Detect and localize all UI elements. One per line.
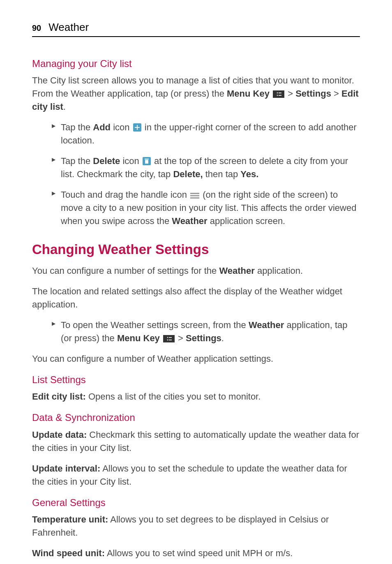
paragraph-configure: You can configure a number of settings f… bbox=[32, 264, 360, 277]
svg-rect-12 bbox=[190, 195, 199, 196]
svg-rect-17 bbox=[169, 337, 172, 338]
heading-data-sync: Data & Synchronization bbox=[32, 411, 360, 425]
text: application. bbox=[255, 266, 303, 276]
manual-page: 90 Weather Managing your City list The C… bbox=[0, 0, 392, 560]
svg-point-15 bbox=[167, 337, 168, 338]
bold-temperature-unit: Temperature unit: bbox=[32, 514, 108, 525]
heading-list-settings: List Settings bbox=[32, 373, 360, 387]
paragraph-city-list-intro: The City list screen allows you to manag… bbox=[32, 74, 360, 113]
paragraph-location: The location and related settings also a… bbox=[32, 285, 360, 311]
text: Tap the bbox=[61, 156, 93, 166]
bold-settings: Settings bbox=[295, 88, 331, 99]
text: application screen. bbox=[208, 216, 286, 226]
paragraph-update-interval: Update interval: Allows you to set the s… bbox=[32, 462, 360, 488]
svg-point-2 bbox=[277, 95, 278, 96]
paragraph-configure-2: You can configure a number of Weather ap… bbox=[32, 352, 360, 365]
delete-icon bbox=[143, 157, 151, 165]
text: . bbox=[221, 333, 224, 343]
running-header: 90 Weather bbox=[32, 20, 360, 37]
bold-delete: Delete bbox=[93, 156, 120, 166]
svg-point-1 bbox=[277, 92, 278, 94]
text: Tap the bbox=[61, 122, 93, 132]
list-item: Tap the Add icon in the upper-right corn… bbox=[52, 121, 360, 147]
bold-weather-3: Weather bbox=[249, 320, 284, 330]
svg-rect-7 bbox=[135, 127, 140, 128]
bold-menu-key: Menu Key bbox=[227, 88, 270, 99]
svg-rect-3 bbox=[279, 92, 281, 93]
text: icon bbox=[111, 122, 132, 132]
text: > bbox=[285, 88, 295, 99]
text: . bbox=[63, 102, 66, 112]
handle-icon bbox=[190, 192, 199, 199]
city-list-steps: Tap the Add icon in the upper-right corn… bbox=[32, 121, 360, 227]
bold-update-data: Update data: bbox=[32, 430, 87, 440]
bold-settings-2: Settings bbox=[186, 333, 221, 343]
text: Touch and drag the handle icon bbox=[61, 190, 189, 200]
text: To open the Weather settings screen, fro… bbox=[61, 320, 249, 330]
svg-rect-13 bbox=[190, 197, 199, 199]
menu-key-icon bbox=[273, 90, 284, 98]
svg-rect-14 bbox=[163, 335, 175, 342]
add-icon bbox=[133, 123, 141, 132]
heading-changing-weather-settings: Changing Weather Settings bbox=[32, 240, 360, 259]
list-item: To open the Weather settings screen, fro… bbox=[52, 319, 360, 345]
menu-key-icon bbox=[163, 335, 175, 342]
svg-rect-0 bbox=[273, 90, 284, 98]
heading-managing-city-list: Managing your City list bbox=[32, 57, 360, 71]
paragraph-wind-speed-unit: Wind speed unit: Allows you to set wind … bbox=[32, 547, 360, 560]
page-number: 90 bbox=[32, 22, 41, 34]
open-settings-steps: To open the Weather settings screen, fro… bbox=[32, 319, 360, 345]
bold-edit-city-list-2: Edit city list: bbox=[32, 391, 86, 402]
text: You can configure a number of settings f… bbox=[32, 266, 219, 276]
svg-rect-11 bbox=[190, 193, 199, 194]
svg-rect-10 bbox=[145, 160, 148, 164]
text: > bbox=[331, 88, 341, 99]
text: Opens a list of the cities you set to mo… bbox=[86, 391, 261, 402]
text: icon bbox=[120, 156, 142, 166]
svg-rect-9 bbox=[145, 159, 149, 159]
svg-point-16 bbox=[167, 339, 168, 340]
bold-add: Add bbox=[93, 122, 111, 132]
svg-rect-18 bbox=[169, 340, 172, 340]
text: then tap bbox=[203, 169, 241, 179]
text: > bbox=[175, 333, 186, 343]
paragraph-temperature-unit: Temperature unit: Allows you to set degr… bbox=[32, 513, 360, 539]
bold-menu-key-2: Menu Key bbox=[117, 333, 160, 343]
bold-update-interval: Update interval: bbox=[32, 463, 100, 474]
list-item: Touch and drag the handle icon (on the r… bbox=[52, 188, 360, 228]
list-item: Tap the Delete icon at the top of the sc… bbox=[52, 155, 360, 181]
bold-weather-2: Weather bbox=[219, 266, 254, 276]
section-title: Weather bbox=[48, 20, 89, 35]
bold-delete-2: Delete, bbox=[173, 169, 203, 179]
svg-rect-4 bbox=[279, 95, 281, 96]
heading-general-settings: General Settings bbox=[32, 496, 360, 510]
bold-wind-speed-unit: Wind speed unit: bbox=[32, 548, 105, 558]
paragraph-update-data: Update data: Checkmark this setting to a… bbox=[32, 428, 360, 455]
text: Allows you to set wind speed unit MPH or… bbox=[105, 548, 293, 558]
bold-weather: Weather bbox=[172, 216, 207, 226]
bold-yes: Yes. bbox=[240, 169, 258, 179]
paragraph-edit-city-list: Edit city list: Opens a list of the citi… bbox=[32, 390, 360, 403]
